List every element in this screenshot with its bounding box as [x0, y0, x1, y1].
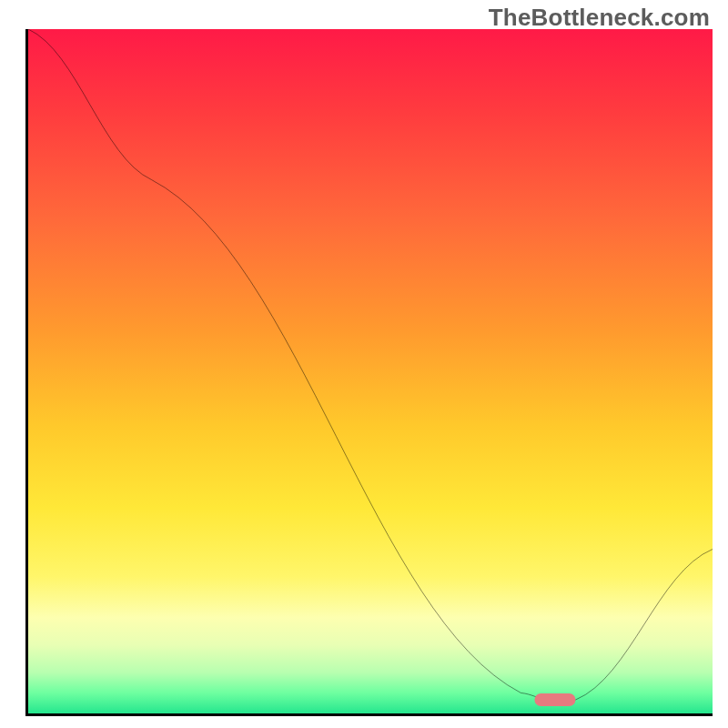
- plot-area: [25, 29, 713, 716]
- curve-svg: [28, 29, 713, 713]
- optimum-marker: [534, 693, 575, 706]
- bottleneck-chart: TheBottleneck.com: [0, 0, 728, 728]
- bottleneck-curve-path: [28, 29, 713, 700]
- watermark-text: TheBottleneck.com: [489, 4, 710, 32]
